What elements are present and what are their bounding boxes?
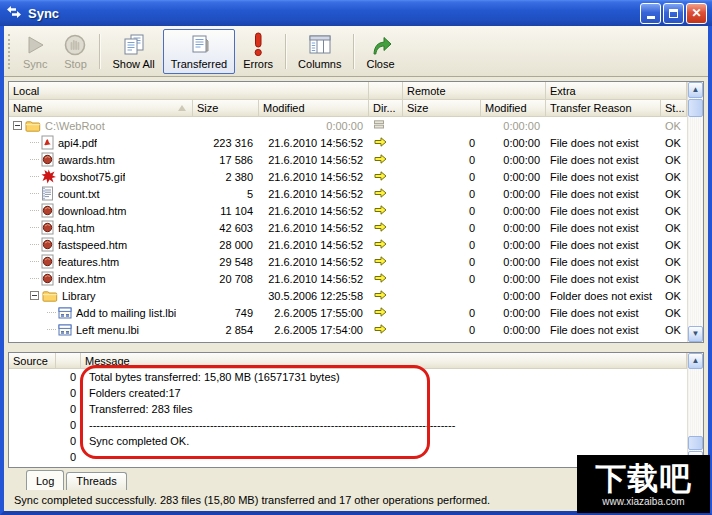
htm-icon <box>41 203 54 218</box>
transfer-right-arrow-icon <box>373 187 387 199</box>
stop-button[interactable]: Stop <box>55 29 95 74</box>
table-row[interactable]: count.txt521.6.2010 14:56:5200:00:00File… <box>9 185 687 202</box>
close-window-button[interactable]: Close <box>358 29 402 74</box>
transfer-reason-cell: File does not exist <box>546 171 661 183</box>
htm-icon <box>41 254 54 269</box>
table-row[interactable]: fastspeed.htm28 00021.6.2010 14:56:5200:… <box>9 236 687 253</box>
column-header-name[interactable]: Name <box>9 100 193 117</box>
table-row[interactable]: C:\WebRoot0:00:000:00:00OK <box>9 117 687 134</box>
dir-cell <box>369 170 403 184</box>
remote-modified-cell: 0:00:00 <box>481 239 546 251</box>
panel-splitter[interactable] <box>8 343 704 352</box>
errors-button[interactable]: Errors <box>235 29 281 74</box>
scrollbar-track[interactable] <box>688 118 703 326</box>
remote-size-cell: 0 <box>403 154 481 166</box>
table-row[interactable]: Add to mailing list.lbi7492.6.2005 17:55… <box>9 304 687 321</box>
transfer-right-arrow-icon <box>373 136 387 148</box>
group-header-extra[interactable]: Extra <box>546 82 687 100</box>
column-header-remote-size[interactable]: Size <box>403 100 481 117</box>
file-name-label: fastspeed.htm <box>58 239 127 251</box>
tab-log[interactable]: Log <box>26 470 64 490</box>
tree-connector <box>30 159 39 160</box>
scroll-down-icon[interactable]: ▼ <box>688 326 703 342</box>
pdf-icon <box>41 135 54 150</box>
expand-toggle[interactable] <box>30 291 39 300</box>
scrollbar-thumb[interactable] <box>688 99 703 117</box>
file-modified-cell: 21.6.2010 14:56:52 <box>259 154 369 166</box>
remote-modified-cell: 0:00:00 <box>481 137 546 149</box>
group-header-remote[interactable]: Remote <box>403 82 546 100</box>
expand-toggle[interactable] <box>13 121 22 130</box>
log-row[interactable]: 0Folders created:17 <box>9 385 687 401</box>
log-scrollbar[interactable]: ▲ ▼ <box>687 353 703 467</box>
remote-size-cell: 0 <box>403 324 481 336</box>
table-row[interactable]: boxshot75.gif2 38021.6.2010 14:56:5200:0… <box>9 168 687 185</box>
show-all-button[interactable]: Show All <box>104 29 162 74</box>
table-row[interactable]: faq.htm42 60321.6.2010 14:56:5200:00:00F… <box>9 219 687 236</box>
minimize-button[interactable] <box>640 3 661 24</box>
log-row[interactable]: 0Total bytes transferred: 15,80 MB (1657… <box>9 369 687 385</box>
remote-size-cell: 0 <box>403 307 481 319</box>
remote-modified-cell: 0:00:00 <box>481 171 546 183</box>
transfer-reason-cell: File does not exist <box>546 239 661 251</box>
folder-equal-icon <box>373 119 385 130</box>
file-size-cell: 29 548 <box>193 256 259 268</box>
stop-hand-icon <box>63 32 87 57</box>
scrollbar-thumb[interactable] <box>688 436 703 450</box>
file-name-cell: fastspeed.htm <box>9 237 193 252</box>
scroll-up-icon[interactable]: ▲ <box>688 82 703 98</box>
dir-cell <box>369 238 403 252</box>
dir-cell <box>369 187 403 201</box>
column-header-transfer-reason[interactable]: Transfer Reason <box>546 100 661 117</box>
file-name-label: download.htm <box>58 205 127 217</box>
tree-connector <box>47 329 56 330</box>
file-list-scrollbar[interactable]: ▲ ▼ <box>687 82 703 342</box>
toolbar-grip[interactable] <box>8 34 12 69</box>
table-row[interactable]: features.htm29 54821.6.2010 14:56:5200:0… <box>9 253 687 270</box>
close-window-button-label: Close <box>366 58 394 70</box>
file-size-cell: 17 586 <box>193 154 259 166</box>
log-column-header-message[interactable]: Message <box>81 353 687 369</box>
transfer-reason-cell: File does not exist <box>546 154 661 166</box>
table-row[interactable]: Left menu.lbi2 8542.6.2005 17:54:0000:00… <box>9 321 687 338</box>
table-row[interactable]: Library30.5.2006 12:25:580:00:00Folder d… <box>9 287 687 304</box>
document-icon <box>187 32 211 57</box>
htm-icon <box>41 220 54 235</box>
close-button[interactable]: ✕ <box>686 3 707 24</box>
column-header-dir[interactable]: Dir... <box>369 100 403 117</box>
column-header-status[interactable]: St... <box>661 100 687 117</box>
group-header-blank[interactable] <box>369 82 403 100</box>
log-row[interactable]: 0---------------------------------------… <box>9 417 687 433</box>
status-cell: OK <box>661 256 687 268</box>
log-rows: 0Total bytes transferred: 15,80 MB (1657… <box>9 369 687 467</box>
table-row[interactable]: api4.pdf223 31621.6.2010 14:56:5200:00:0… <box>9 134 687 151</box>
group-header-local[interactable]: Local <box>9 82 369 100</box>
file-name-label: faq.htm <box>58 222 95 234</box>
log-row[interactable]: 0Transferred: 283 files <box>9 401 687 417</box>
table-row[interactable]: awards.htm17 58621.6.2010 14:56:5200:00:… <box>9 151 687 168</box>
log-column-header-count[interactable] <box>56 353 81 369</box>
scroll-up-icon[interactable]: ▲ <box>688 353 703 369</box>
log-column-header-source[interactable]: Source <box>9 353 56 369</box>
log-row[interactable]: 0Sync completed OK. <box>9 433 687 449</box>
scrollbar-track[interactable] <box>688 369 703 435</box>
table-row[interactable]: download.htm11 10421.6.2010 14:56:5200:0… <box>9 202 687 219</box>
file-modified-cell: 21.6.2010 14:56:52 <box>259 171 369 183</box>
columns-button[interactable]: Columns <box>290 29 349 74</box>
column-header-size[interactable]: Size <box>193 100 259 117</box>
transfer-right-arrow-icon <box>373 153 387 165</box>
toolbar: Sync Stop Show All Transferred <box>4 26 708 77</box>
sync-button[interactable]: Sync <box>15 29 55 74</box>
watermark-url: www.xiazaiba.com <box>602 496 684 507</box>
transferred-button[interactable]: Transferred <box>163 29 235 74</box>
column-header-remote-modified[interactable]: Modified <box>481 100 546 117</box>
table-row[interactable]: index.htm20 70821.6.2010 14:56:5200:00:0… <box>9 270 687 287</box>
maximize-button[interactable] <box>663 3 684 24</box>
column-header-modified[interactable]: Modified <box>259 100 369 117</box>
transfer-right-arrow-icon <box>373 272 387 284</box>
remote-size-cell: 0 <box>403 273 481 285</box>
tab-threads[interactable]: Threads <box>66 472 126 490</box>
remote-modified-cell: 0:00:00 <box>481 324 546 336</box>
remote-size-cell: 0 <box>403 137 481 149</box>
file-name-label: awards.htm <box>58 154 115 166</box>
